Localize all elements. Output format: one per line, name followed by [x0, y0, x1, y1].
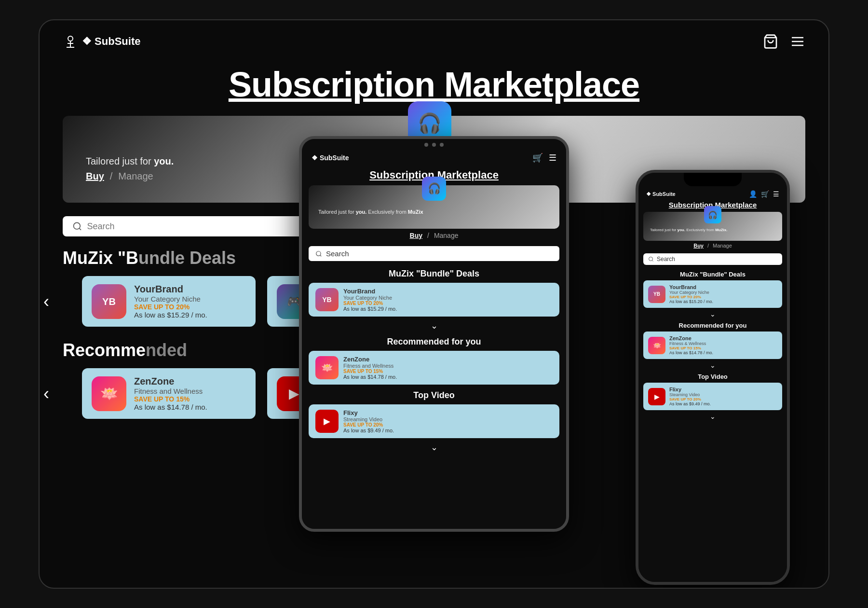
app-frame: ❖ SubSuite Subscription Marketplace 🎧 Ta…	[39, 19, 829, 589]
tablet-nav-icons: 🛒 ☰	[532, 152, 556, 163]
search-input[interactable]	[87, 221, 294, 232]
tablet-nav: ❖ SubSuite 🛒 ☰	[302, 151, 566, 167]
svg-point-10	[316, 251, 321, 255]
tablet-flixy-price: As low as $9.49 / mo.	[343, 428, 394, 433]
tablet-manage-btn[interactable]: Manage	[434, 232, 459, 239]
menu-icon[interactable]	[790, 34, 805, 49]
yourbrand-price: As low as $15.29 / mo.	[134, 311, 207, 319]
tablet-yb-save: SAVE UP TO 20%	[343, 301, 397, 306]
zenzone-icon: 🪷	[92, 376, 126, 411]
top-nav: ❖ SubSuite	[40, 20, 828, 57]
phone-search-text: Search	[657, 256, 675, 263]
hero-tagline: Tailored just for you.	[86, 156, 174, 166]
card-yourbrand[interactable]: YB YourBrand Your Category Niche SAVE UP…	[82, 276, 256, 327]
tablet-buy-row: Buy / Manage	[302, 229, 566, 242]
phone-yb-name: YourBrand	[669, 284, 713, 290]
phone-bundle-title: MuZix "Bundle" Deals	[638, 268, 787, 279]
phone-top-video-title: Top Video	[638, 370, 787, 381]
zenzone-price: As low as $14.78 / mo.	[134, 403, 207, 411]
search-box	[63, 216, 304, 236]
phone-flixy-price: As low as $9.49 / mo.	[669, 401, 711, 406]
phone-mockup: ❖ SubSuite 👤 🛒 ☰ Subscription Marketplac…	[636, 170, 790, 585]
zenzone-info: ZenZone Fitness and Wellness SAVE UP TO …	[134, 376, 207, 411]
tablet-search: Search	[309, 246, 559, 261]
phone-yb-cat: Your Category Niche	[669, 290, 713, 295]
tablet-zz-price: As low as $14.78 / mo.	[343, 374, 397, 380]
phone-chevron-3[interactable]: ⌄	[638, 412, 787, 421]
tablet-notch	[302, 139, 566, 151]
tablet-yb-name: YourBrand	[343, 288, 397, 295]
cart-icon[interactable]	[763, 34, 778, 49]
phone-buy-row: Buy / Manage	[638, 241, 787, 250]
phone-chevron-1[interactable]: ⌄	[638, 309, 787, 319]
tablet-zenzone-icon: 🪷	[315, 356, 339, 379]
phone-card-flixy[interactable]: ▶ Flixy Steaming Video SAVE UP TO 20% As…	[643, 383, 782, 410]
tablet-flixy-icon: ▶	[315, 410, 339, 433]
recommended-prev-arrow[interactable]: ‹	[43, 384, 49, 404]
tablet-yourbrand-icon: YB	[315, 288, 339, 311]
phone-card-zenzone[interactable]: 🪷 ZenZone Fitness & Wellness SAVE UP TO …	[643, 332, 782, 359]
svg-line-9	[79, 228, 81, 230]
tablet-chevron-1[interactable]: ⌄	[302, 318, 566, 333]
phone-chevron-2[interactable]: ⌄	[638, 360, 787, 370]
tablet-cart-icon: 🛒	[532, 152, 543, 163]
yourbrand-save: SAVE UP TO 20%	[134, 303, 207, 311]
yourbrand-icon: YB	[92, 284, 126, 319]
tablet-bundle-title: MuZix "Bundle" Deals	[302, 265, 566, 281]
tablet-yb-price: As low as $15.29 / mo.	[343, 306, 397, 312]
phone-yourbrand-icon: YB	[648, 286, 665, 303]
tablet-buy-btn[interactable]: Buy	[410, 232, 422, 239]
manage-button[interactable]: Manage	[118, 171, 153, 182]
tablet-recommended-title: Recommended for you	[302, 333, 566, 349]
phone-zz-price: As low as $14.78 / mo.	[669, 350, 713, 355]
phone-manage-btn[interactable]: Manage	[713, 243, 732, 249]
phone-logo: ❖ SubSuite	[646, 191, 676, 197]
tablet-menu-icon: ☰	[549, 152, 556, 163]
tablet-yourbrand-info: YourBrand Your Category Niche SAVE UP TO…	[343, 288, 397, 312]
tablet-card-yourbrand[interactable]: YB YourBrand Your Category Niche SAVE UP…	[309, 283, 559, 317]
phone-cart-icon: 🛒	[761, 190, 769, 198]
phone-buy-btn[interactable]: Buy	[693, 243, 704, 249]
phone-zenzone-icon: 🪷	[648, 337, 665, 354]
phone-zz-name: ZenZone	[669, 335, 713, 341]
svg-line-11	[320, 255, 322, 256]
hero-text: Tailored just for you. Buy / Manage	[63, 146, 197, 192]
tablet-card-flixy[interactable]: ▶ Flixy Streaming Video SAVE UP TO 20% A…	[309, 404, 559, 438]
phone-nav: ❖ SubSuite 👤 🛒 ☰	[638, 188, 787, 200]
phone-zz-cat: Fitness & Wellness	[669, 341, 713, 346]
phone-search: Search	[643, 253, 782, 265]
buy-button[interactable]: Buy	[86, 171, 104, 182]
phone-notch	[684, 173, 742, 186]
phone-search-icon	[648, 256, 654, 262]
phone-zenzone-info: ZenZone Fitness & Wellness SAVE UP TO 15…	[669, 335, 713, 355]
tablet-top-video-title: Top Video	[302, 387, 566, 402]
phone-flixy-cat: Steaming Video	[669, 392, 711, 397]
tablet-zz-name: ZenZone	[343, 356, 397, 363]
tablet-chevron-2[interactable]: ⌄	[302, 440, 566, 455]
yourbrand-category: Your Category Niche	[134, 295, 207, 303]
phone-flixy-icon: ▶	[648, 388, 665, 405]
phone-hero-icon: 🎧	[704, 206, 721, 223]
phone-hero: 🎧 Tailored just for you. Exclusively fro…	[643, 212, 782, 241]
phone-flixy-save: SAVE UP TO 20%	[669, 397, 711, 401]
tablet-hero-icon: 🎧	[422, 177, 446, 201]
phone-yb-price: As low as $15.20 / mo.	[669, 299, 713, 304]
phone-nav-icons: 👤 🛒 ☰	[749, 190, 779, 198]
tablet-flixy-cat: Streaming Video	[343, 416, 394, 422]
tablet-flixy-info: Flixy Streaming Video SAVE UP TO 20% As …	[343, 409, 394, 433]
tablet-flixy-name: Flixy	[343, 409, 394, 416]
phone-avatar-icon: 👤	[749, 190, 757, 198]
tablet-search-text: Search	[326, 249, 349, 258]
logo[interactable]: ❖ SubSuite	[63, 34, 140, 49]
bundle-prev-arrow[interactable]: ‹	[43, 291, 49, 312]
zenzone-category: Fitness and Wellness	[134, 387, 207, 395]
tablet-mockup: ❖ SubSuite 🛒 ☰ Subscription Marketplace …	[299, 136, 569, 532]
nav-icons	[763, 34, 805, 49]
phone-card-yourbrand[interactable]: YB YourBrand Your Category Niche SAVE UP…	[643, 280, 782, 308]
tablet-zz-save: SAVE UP TO 15%	[343, 369, 397, 374]
card-zenzone[interactable]: 🪷 ZenZone Fitness and Wellness SAVE UP T…	[82, 368, 256, 419]
tablet-card-zenzone[interactable]: 🪷 ZenZone Fitness and Wellness SAVE UP T…	[309, 351, 559, 385]
search-icon	[72, 221, 82, 232]
svg-line-13	[652, 260, 653, 261]
tablet-search-icon	[315, 250, 322, 257]
